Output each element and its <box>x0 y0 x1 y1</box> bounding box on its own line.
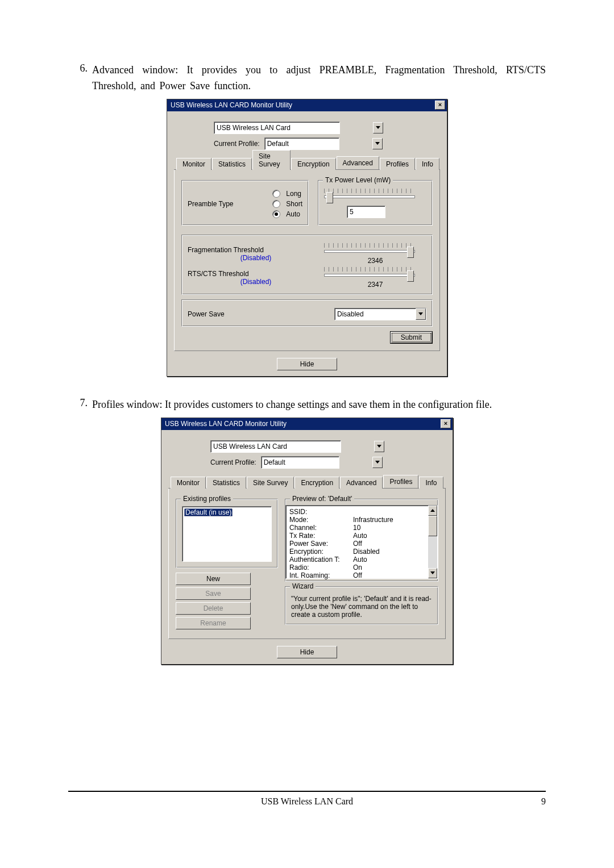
preview-value: Infrastructure <box>353 516 393 524</box>
radio-long[interactable]: Long <box>272 190 302 198</box>
tab-statistics[interactable]: Statistics <box>206 477 246 489</box>
svg-marker-2 <box>418 312 423 315</box>
preview-value: 10 <box>353 524 360 532</box>
card-select[interactable]: USB Wireless LAN Card <box>214 122 340 134</box>
current-profile-label: Current Profile: <box>210 458 256 466</box>
tab-encryption[interactable]: Encryption <box>294 477 339 489</box>
tab-strip: Monitor Statistics Site Survey Encryptio… <box>168 475 446 489</box>
rts-value: 2347 <box>324 281 426 289</box>
window-title: USB Wireless LAN CARD Monitor Utility <box>165 420 287 428</box>
scroll-up-icon[interactable] <box>428 506 437 516</box>
tab-advanced[interactable]: Advanced <box>340 477 383 489</box>
new-button[interactable]: New <box>176 573 251 585</box>
preview-row: Mode:Infrastructure <box>289 516 425 524</box>
titlebar: USB Wireless LAN CARD Monitor Utility × <box>167 99 447 111</box>
close-icon[interactable]: × <box>435 101 445 110</box>
screenshot-profiles: USB Wireless LAN CARD Monitor Utility × … <box>68 418 546 665</box>
submit-button[interactable]: Submit <box>390 331 433 344</box>
tab-profiles[interactable]: Profiles <box>383 475 418 488</box>
tab-monitor[interactable]: Monitor <box>171 477 206 489</box>
rts-status: (Disabled) <box>188 278 324 286</box>
tab-advanced[interactable]: Advanced <box>337 156 379 169</box>
frag-value: 2346 <box>324 257 426 265</box>
preview-row: Channel:10 <box>289 524 425 532</box>
preview-row: Int. Roaming:Off <box>289 571 425 579</box>
preview-row: Authentication T:Auto <box>289 556 425 564</box>
profile-select[interactable]: Default <box>264 137 339 150</box>
tab-strip: Monitor Statistics Site Survey Encryptio… <box>174 157 440 170</box>
svg-marker-5 <box>430 509 435 512</box>
dropdown-icon[interactable] <box>374 441 384 452</box>
dropdown-icon[interactable] <box>372 457 383 468</box>
item-text: Profiles window: It provides customers t… <box>92 397 546 413</box>
save-button[interactable]: Save <box>176 587 251 600</box>
screenshot-advanced: USB Wireless LAN CARD Monitor Utility × … <box>68 99 546 377</box>
hide-button[interactable]: Hide <box>277 358 338 370</box>
preview-key: Power Save: <box>289 540 353 548</box>
tab-site-survey[interactable]: Site Survey <box>252 150 291 170</box>
preview-box: SSID:Mode:InfrastructureChannel:10Tx Rat… <box>285 505 438 579</box>
close-icon[interactable]: × <box>441 419 451 428</box>
preview-row: Tx Rate:Auto <box>289 532 425 540</box>
preview-key: Radio: <box>289 564 353 571</box>
page-number: 9 <box>541 796 546 807</box>
preview-value: Disabled <box>353 548 380 556</box>
tab-profiles[interactable]: Profiles <box>380 158 415 170</box>
rename-button[interactable]: Rename <box>176 617 251 629</box>
preview-key: SSID: <box>289 508 353 516</box>
footer-title: USB Wireless LAN Card <box>261 796 353 807</box>
preview-row: Power Save:Off <box>289 540 425 548</box>
preview-value: On <box>353 564 362 571</box>
scroll-thumb[interactable] <box>428 516 437 536</box>
tab-info[interactable]: Info <box>419 477 443 489</box>
frag-slider[interactable] <box>324 243 415 257</box>
tab-info[interactable]: Info <box>416 158 439 170</box>
tab-statistics[interactable]: Statistics <box>212 158 252 170</box>
svg-marker-4 <box>375 461 380 464</box>
preview-value: Auto <box>353 532 367 540</box>
dropdown-icon[interactable] <box>416 308 426 320</box>
preview-key: Int. Roaming: <box>289 571 353 579</box>
numbered-item-7: 7. Profiles window: It provides customer… <box>68 397 546 413</box>
dropdown-icon[interactable] <box>372 138 383 149</box>
preview-row: Radio:On <box>289 564 425 571</box>
profile-select[interactable]: Default <box>261 456 339 469</box>
delete-button[interactable]: Delete <box>176 602 251 615</box>
svg-marker-1 <box>375 142 380 145</box>
frag-label: Fragmentation Threshold <box>188 246 324 254</box>
radio-auto[interactable]: Auto <box>272 210 302 218</box>
preview-content: SSID:Mode:InfrastructureChannel:10Tx Rat… <box>286 506 428 578</box>
preview-value: Off <box>353 571 362 579</box>
preamble-label: Preamble Type <box>188 200 272 208</box>
radio-short[interactable]: Short <box>272 200 302 208</box>
wizard-legend: Wizard <box>290 582 316 590</box>
tab-encryption[interactable]: Encryption <box>291 158 336 170</box>
preview-key: Mode: <box>289 516 353 524</box>
preview-value: Off <box>353 540 362 548</box>
item-number: 7. <box>68 397 92 413</box>
footer-rule <box>68 791 546 792</box>
preview-legend: Preview of: 'Default' <box>290 495 354 503</box>
tab-panel-profiles: Existing profiles Default (in use) New S… <box>168 489 446 639</box>
tx-power-slider[interactable] <box>324 189 415 202</box>
profile-select-value: Default <box>265 139 339 148</box>
list-item[interactable]: Default (in use) <box>184 508 233 516</box>
window-title: USB Wireless LAN CARD Monitor Utility <box>171 101 292 109</box>
tab-monitor[interactable]: Monitor <box>176 158 211 170</box>
scroll-down-icon[interactable] <box>428 568 437 578</box>
tab-site-survey[interactable]: Site Survey <box>247 477 294 489</box>
existing-profiles-list[interactable]: Default (in use) <box>182 506 272 562</box>
tab-panel-advanced: Preamble Type Long Short Auto Tx Power L… <box>174 170 440 351</box>
preview-key: Authentication T: <box>289 556 353 564</box>
svg-marker-0 <box>376 126 380 129</box>
scrollbar[interactable] <box>428 506 437 578</box>
svg-marker-3 <box>377 445 381 448</box>
dropdown-icon[interactable] <box>373 122 383 133</box>
power-save-select[interactable]: Disabled <box>334 308 426 320</box>
item-number: 6. <box>68 62 92 94</box>
card-select[interactable]: USB Wireless LAN Card <box>210 440 341 453</box>
rts-slider[interactable] <box>324 267 415 281</box>
dialog-window: USB Wireless LAN CARD Monitor Utility × … <box>161 418 453 665</box>
hide-button[interactable]: Hide <box>277 646 338 658</box>
dialog-window: USB Wireless LAN CARD Monitor Utility × … <box>167 99 447 377</box>
